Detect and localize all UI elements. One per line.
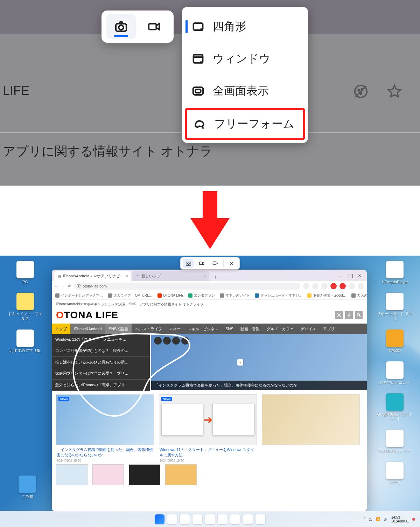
window-maximize-icon[interactable]: ☐: [348, 273, 353, 279]
new-tab-button[interactable]: ＋: [213, 273, 218, 281]
snip-mode-photo-button[interactable]: [106, 14, 136, 39]
desktop-icon[interactable]: アプリ: [377, 462, 413, 485]
nav-item[interactable]: SNSで話題: [105, 324, 132, 334]
thumbnail[interactable]: [56, 464, 88, 485]
hero-section: Windows 11の「スタート」メニューを… コンビニ利用者が望むものは？ 現…: [52, 334, 367, 391]
desktop-icon[interactable]: おすすめアプリ集: [7, 330, 43, 353]
snip-mode-video-button[interactable]: [139, 14, 169, 39]
nav-item[interactable]: マネー: [166, 324, 184, 334]
menu-icon[interactable]: [358, 283, 364, 289]
bookmark[interactable]: マネカのガイド: [220, 293, 250, 298]
nav-forward-icon[interactable]: →: [61, 284, 65, 288]
browser-tab[interactable]: ☆ 新しいタブ ×: [132, 271, 209, 281]
desktop-icon[interactable]: Google検索ショートカット: [377, 393, 413, 421]
desktop-icon[interactable]: おすすめメニュー: [377, 361, 413, 385]
nav-item[interactable]: アプリ: [320, 324, 338, 334]
article-card[interactable]: ➔ News Windows 11の「スタート」メニューをWindowsスタイル…: [159, 394, 257, 462]
window-minimize-icon[interactable]: —: [338, 273, 343, 279]
desktop-icon[interactable]: CyberLinkメディア: [377, 430, 413, 453]
headline-item[interactable]: 家庭用プリンターは本当に必要？ プリ…: [52, 368, 150, 379]
system-tray[interactable]: ˄ あ 📶 🔈 14:53 2024/08/31: [364, 515, 415, 523]
extension-icon[interactable]: [330, 283, 337, 289]
top-screenshot-panel: LIFE アプリに関する情報サイト オトナラ: [0, 0, 420, 186]
nav-item[interactable]: トップ: [52, 324, 70, 334]
bookmark[interactable]: 大人のビジネスナビ…: [351, 293, 367, 298]
recycle-bin[interactable]: ごみ箱: [9, 476, 46, 499]
nav-item[interactable]: 動画・音楽: [237, 324, 263, 334]
taskbar-app-icon[interactable]: [230, 514, 240, 524]
snip-shape-fullscreen[interactable]: 全画面表示: [183, 75, 307, 107]
desktop-icon[interactable]: ドキュメント・フォルダ: [7, 293, 43, 321]
tray-notification-icon[interactable]: [412, 518, 415, 521]
nav-item[interactable]: SNS: [222, 324, 237, 334]
header-facebook-icon[interactable]: [345, 311, 353, 319]
window-close-icon[interactable]: ×: [358, 273, 361, 279]
bookmark[interactable]: OTONA LIFE: [158, 293, 184, 298]
browser-tab[interactable]: ▤ iPhone/Androidスマホアプリナビ… ×: [54, 271, 131, 281]
star-icon[interactable]: [386, 83, 402, 101]
tab-close-icon[interactable]: ×: [204, 274, 206, 278]
bookmark[interactable]: インポートしたブックマ…: [55, 293, 103, 298]
taskbar-app-icon[interactable]: [205, 514, 215, 524]
mini-snip-video-button[interactable]: [197, 259, 207, 268]
site-logo[interactable]: OTONA LIFE: [56, 310, 118, 321]
hero-caption: 「インスタグラム投稿で楽曲を使った」場合、著作権侵害になるのかならないのか: [151, 381, 367, 390]
nav-item[interactable]: グルメ・カフェ: [263, 324, 297, 334]
tray-ime-icon[interactable]: あ: [369, 517, 372, 522]
headline-item[interactable]: Windows 11の「スタート」メニューを…: [52, 334, 150, 345]
article-cards: News 「インスタグラム投稿で楽曲を使った」場合、著作権侵害になるのかならない…: [52, 391, 367, 462]
article-card[interactable]: [262, 394, 360, 462]
nav-back-icon[interactable]: ←: [55, 284, 58, 288]
tray-network-icon[interactable]: 📶: [376, 517, 380, 521]
nav-item[interactable]: スキル・ビジネス: [184, 324, 222, 334]
desktop-icon[interactable]: UCmedaPlayer: [377, 261, 413, 284]
tray-volume-icon[interactable]: 🔈: [384, 517, 388, 521]
tray-chevron-icon[interactable]: ˄: [364, 517, 365, 521]
bookmark[interactable]: ダッシュボード・マネジ…: [255, 293, 302, 298]
taskbar-search-icon[interactable]: [167, 514, 177, 524]
taskbar-app-icon[interactable]: [243, 514, 253, 524]
mini-snip-photo-button[interactable]: [183, 259, 194, 268]
tab-close-icon[interactable]: ×: [126, 274, 128, 278]
taskbar-taskview-icon[interactable]: [180, 514, 190, 524]
nav-item[interactable]: ヘルス・ライフ: [132, 324, 166, 334]
bookmark[interactable]: 大人ライフ_TOP_URL…: [108, 293, 153, 298]
mini-snip-mode-dropdown[interactable]: [210, 259, 220, 268]
card-title: Windows 11の「スタート」メニューをWindowsスタイルに戻す方法: [159, 445, 257, 458]
hero-image[interactable]: ♪ 「インスタグラム投稿で楽曲を使った」場合、著作権侵害になるのかならないのか: [151, 334, 367, 390]
headline-item[interactable]: 推し活をしている人のひと月あたりの消…: [52, 357, 150, 368]
card-title: 「インスタグラム投稿で楽曲を使った」場合、著作権侵害になるのかならないのか: [56, 445, 154, 458]
thumbnail[interactable]: [129, 464, 160, 485]
extension-icon[interactable]: [321, 283, 328, 289]
nav-item[interactable]: デバイス: [297, 324, 320, 334]
headline-list: Windows 11の「スタート」メニューを… コンビニ利用者が望むものは？ 現…: [52, 334, 150, 391]
cookie-blocked-icon[interactable]: [353, 83, 369, 101]
bookmark[interactable]: 下書き作業 - Googl…: [307, 293, 346, 298]
headline-item[interactable]: 意外と知らないiPhoneの「電卓」アプリ…: [52, 380, 150, 391]
desktop-icon[interactable]: サポートガイド アプリ: [377, 293, 413, 321]
nav-item[interactable]: iPhone&Android: [70, 324, 105, 334]
taskbar-app-icon[interactable]: [218, 514, 227, 524]
desktop-icon[interactable]: PC: [7, 261, 43, 284]
snip-shape-freeform[interactable]: フリーフォーム: [185, 108, 305, 140]
omnibox[interactable]: ⓘ otona-life.com: [74, 283, 300, 290]
profile-icon[interactable]: [349, 283, 355, 289]
article-card[interactable]: News 「インスタグラム投稿で楽曲を使った」場合、著作権侵害になるのかならない…: [56, 394, 154, 462]
header-search-icon[interactable]: [355, 311, 363, 319]
taskbar-app-icon[interactable]: [255, 514, 265, 524]
thumbnail[interactable]: [165, 464, 197, 485]
headline-item[interactable]: コンビニ利用者が望むものは？ 現金の…: [52, 345, 150, 356]
bookmark[interactable]: エンタファン: [188, 293, 215, 298]
extension-icon[interactable]: [303, 283, 309, 289]
mini-snip-close-button[interactable]: [226, 259, 237, 268]
nav-reload-icon[interactable]: ⟳: [68, 284, 71, 288]
snip-shape-window[interactable]: ウィンドウ: [183, 43, 307, 75]
header-x-icon[interactable]: [335, 311, 343, 319]
thumbnail[interactable]: [92, 464, 124, 485]
start-button[interactable]: [155, 514, 164, 524]
extension-icon[interactable]: [312, 283, 318, 289]
extension-icon[interactable]: [340, 283, 346, 289]
taskbar-app-icon[interactable]: [192, 514, 202, 524]
snip-shape-rectangle[interactable]: 四角形: [183, 11, 307, 43]
desktop-icon[interactable]: CASIO: [377, 330, 413, 353]
